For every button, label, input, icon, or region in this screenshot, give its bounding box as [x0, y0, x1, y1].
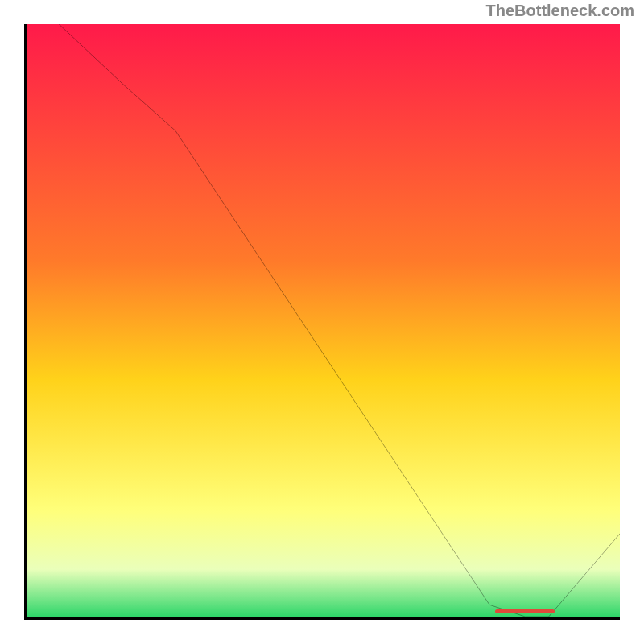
- chart-plot-area: [24, 24, 620, 620]
- chart-line-series: [27, 24, 620, 617]
- watermark-label: TheBottleneck.com: [486, 2, 634, 20]
- chart-optimum-marker: [495, 609, 555, 613]
